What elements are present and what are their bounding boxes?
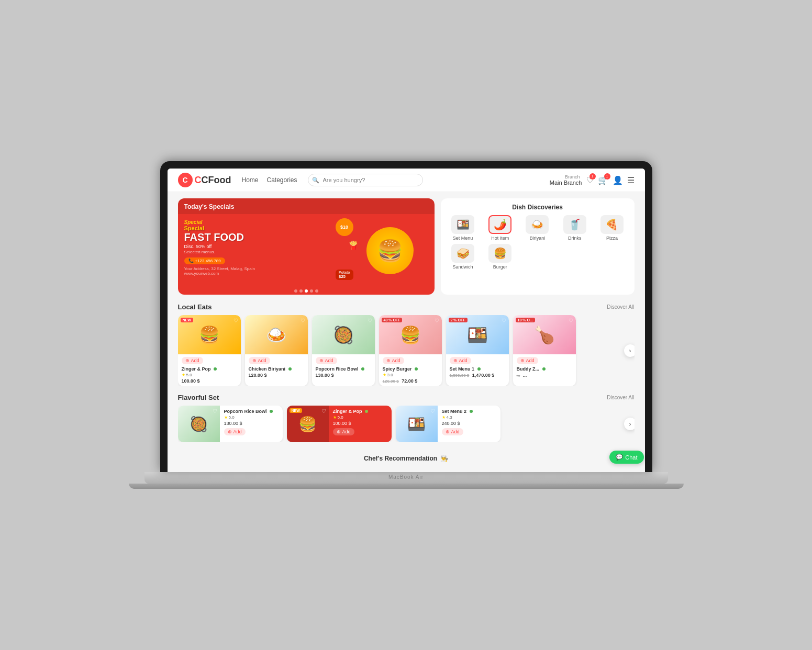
food-heart[interactable]: ♡ xyxy=(301,318,305,323)
nav-categories[interactable]: Categories xyxy=(267,176,297,184)
specials-title: Today's Specials xyxy=(184,203,235,210)
dot-4[interactable] xyxy=(310,289,313,293)
plus-icon: ⊕ xyxy=(185,358,190,363)
food-add-button[interactable]: ⊕ Add xyxy=(316,357,337,364)
food-card-body: ⊕ Add Buddy Z... ... ... xyxy=(513,354,576,380)
food-heart[interactable]: ♡ xyxy=(569,318,573,323)
set-card-img: 🍱 ♡ xyxy=(396,406,438,442)
food-name: Popcorn Rice Bowl xyxy=(316,366,371,372)
search-container: 🔍 xyxy=(308,174,423,186)
main-nav: C CCFood Home Categories 🔍 Branch Main B… xyxy=(168,169,645,192)
food-price: 130.00 $ xyxy=(316,373,371,378)
set-heart[interactable]: ♡ xyxy=(430,408,435,414)
food-add-button[interactable]: ⊕ Add xyxy=(517,357,538,364)
set-heart[interactable]: ♡ xyxy=(213,408,217,414)
price-badge: $10 xyxy=(336,218,353,236)
food-card-body: ⊕ Add Chicken Biriyani 120.00 $ xyxy=(245,354,308,380)
food-add-button[interactable]: ⊕ Add xyxy=(249,357,270,364)
search-input[interactable] xyxy=(308,174,423,186)
chef-title: Chef's Recommendation xyxy=(364,455,437,462)
dot-5[interactable] xyxy=(315,289,318,293)
discovery-item-1[interactable]: 🌶️ Hot Item xyxy=(483,215,517,241)
discovery-item-2[interactable]: 🍛 Biriyani xyxy=(520,215,554,241)
food-card-2: 🥘 ♡ ⊕ Add Popcorn Rice Bowl 130.00 $ xyxy=(312,315,375,386)
set-price: 100.00 $ xyxy=(333,421,387,426)
logo[interactable]: C CCFood xyxy=(178,173,231,187)
discovery-item-3[interactable]: 🥤 Drinks xyxy=(558,215,592,241)
set-card-1: 🍔 ♡ NEW Zinger & Pop ★5.0 100.00 $ ⊕ Add xyxy=(287,406,392,442)
set-plus-icon: ⊕ xyxy=(228,429,232,434)
chat-button[interactable]: 💬 Chat xyxy=(609,451,643,464)
whatsapp-icon: 💬 xyxy=(616,454,623,461)
local-eats-discover-all[interactable]: Discover All xyxy=(607,304,634,310)
food-heart[interactable]: ♡ xyxy=(233,318,238,323)
food-rating: ★3.0 xyxy=(383,373,438,377)
banner-food: 🍔 xyxy=(361,219,419,282)
set-name: Zinger & Pop xyxy=(333,409,387,414)
discoveries-title: Dish Discoveries xyxy=(446,204,629,211)
discoveries-grid: 🍱 Set Menu 🌶️ Hot Item 🍛 Biriyani 🥤 Drin… xyxy=(446,215,629,270)
discovery-item-4[interactable]: 🍕 Pizza xyxy=(595,215,629,241)
dot-3[interactable] xyxy=(305,289,308,293)
logo-text: CCFood xyxy=(195,175,231,186)
local-eats-scroll: 🍔 NEW ♡ ⊕ Add Zinger & Pop ★5.0 100.00 $… xyxy=(178,315,635,386)
discovery-label: Drinks xyxy=(568,236,582,241)
food-card-body: ⊕ Add Popcorn Rice Bowl 130.00 $ xyxy=(312,354,375,380)
set-card-img: 🥘 ♡ xyxy=(178,406,220,442)
set-add-button[interactable]: ⊕ Add xyxy=(442,428,463,435)
food-heart[interactable]: ♡ xyxy=(368,318,372,323)
food-heart[interactable]: ♡ xyxy=(435,318,439,323)
order-btn[interactable]: 📞 +123 456 789 xyxy=(184,257,225,264)
plus-icon: ⊕ xyxy=(453,358,458,363)
discovery-img: 🥪 xyxy=(451,244,474,263)
discovery-label: Biriyani xyxy=(530,236,546,241)
flavorful-set-discover-all[interactable]: Discover All xyxy=(607,395,634,400)
dot-1[interactable] xyxy=(294,289,297,293)
set-heart[interactable]: ♡ xyxy=(321,408,326,414)
discovery-label: Burger xyxy=(493,264,507,270)
food-price: 1,500.00 $ 1,470.00 $ xyxy=(450,373,505,378)
food-price-old: 120.00 $ xyxy=(383,379,399,384)
nav-right: Branch Main Branch ♡ 1 🛒 1 👤 ☰ xyxy=(550,174,635,186)
veg-dot xyxy=(415,367,418,371)
food-img: 🍔 40 % OFF ♡ xyxy=(379,315,442,354)
wishlist-button[interactable]: ♡ 1 xyxy=(586,175,594,185)
food-img: 🍱 2 % OFF ♡ xyxy=(446,315,509,354)
food-badge: 2 % OFF xyxy=(449,318,468,322)
food-heart[interactable]: ♡ xyxy=(502,318,506,323)
nav-links: Home Categories xyxy=(241,176,297,184)
food-add-button[interactable]: ⊕ Add xyxy=(182,357,203,364)
fries-img: 🍟 xyxy=(348,240,359,250)
flavorful-set-title: Flavorful Set xyxy=(178,394,219,401)
banner-dots xyxy=(178,287,435,295)
flavorful-set-header: Flavorful Set Discover All xyxy=(178,394,635,401)
wishlist-badge: 1 xyxy=(589,173,596,180)
food-price: ... ... xyxy=(517,373,572,378)
discovery-item-0[interactable]: 🍱 Set Menu xyxy=(446,215,480,241)
laptop-foot xyxy=(129,484,684,489)
set-price: 130.00 $ xyxy=(224,421,279,426)
browser-viewport: C CCFood Home Categories 🔍 Branch Main B… xyxy=(168,169,645,472)
food-name: Chicken Biriyani xyxy=(249,366,304,372)
local-eats-section: Local Eats Discover All 🍔 NEW ♡ ⊕ Add Zi… xyxy=(178,303,635,386)
user-button[interactable]: 👤 xyxy=(613,175,623,185)
discovery-item-6[interactable]: 🍔 Burger xyxy=(483,244,517,270)
food-name: Buddy Z... xyxy=(517,366,572,372)
specials-banner: Special Special FAST FOOD Disc. 50% off … xyxy=(178,214,435,287)
scroll-right-arrow[interactable]: › xyxy=(624,344,635,357)
cart-button[interactable]: 🛒 1 xyxy=(598,175,608,185)
discovery-item-5[interactable]: 🥪 Sandwich xyxy=(446,244,480,270)
set-scroll-right-arrow[interactable]: › xyxy=(624,418,635,430)
plus-icon: ⊕ xyxy=(386,358,391,363)
set-add-button[interactable]: ⊕ Add xyxy=(333,428,354,435)
menu-button[interactable]: ☰ xyxy=(627,175,635,185)
set-add-button[interactable]: ⊕ Add xyxy=(224,428,246,435)
food-add-button[interactable]: ⊕ Add xyxy=(383,357,404,364)
laptop-wrapper: C CCFood Home Categories 🔍 Branch Main B… xyxy=(144,161,668,489)
laptop-base xyxy=(144,472,668,484)
food-add-button[interactable]: ⊕ Add xyxy=(450,357,471,364)
food-card-1: 🍛 ♡ ⊕ Add Chicken Biriyani 120.00 $ xyxy=(245,315,308,386)
food-price: 100.00 $ xyxy=(182,378,237,384)
dot-2[interactable] xyxy=(299,289,303,293)
nav-home[interactable]: Home xyxy=(241,176,258,184)
